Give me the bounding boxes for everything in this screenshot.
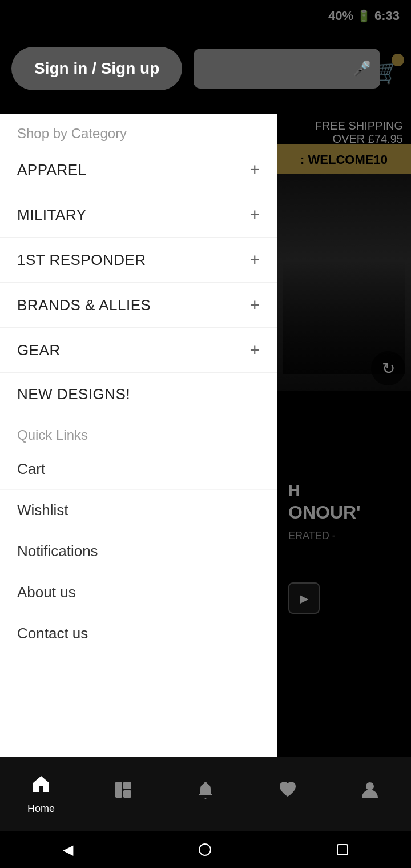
quick-links-label: Quick Links: [0, 416, 277, 449]
nav-item-notifications[interactable]: [164, 779, 247, 809]
account-icon: [360, 779, 380, 805]
category-item-military[interactable]: MILITARY +: [0, 192, 277, 238]
category-label-gear: GEAR: [17, 341, 61, 359]
quick-link-label-contact-us: Contact us: [17, 625, 88, 642]
category-label-apparel: APPAREL: [17, 161, 87, 179]
quick-link-about-us[interactable]: About us: [0, 572, 277, 613]
microphone-icon[interactable]: 🎤: [353, 60, 371, 78]
expand-icon-military: +: [249, 205, 260, 224]
expand-icon-apparel: +: [249, 160, 260, 179]
quick-link-wishlist[interactable]: Wishlist: [0, 490, 277, 531]
category-item-apparel[interactable]: APPAREL +: [0, 147, 277, 192]
android-nav: ◀: [0, 831, 411, 868]
svg-point-3: [366, 782, 374, 790]
quick-link-label-cart: Cart: [17, 460, 45, 477]
svg-rect-2: [123, 790, 131, 798]
search-input[interactable]: [203, 62, 347, 75]
svg-rect-0: [115, 782, 122, 798]
sign-in-button[interactable]: Sign in / Sign up: [11, 47, 182, 90]
shop-by-category-label: Shop by Category: [0, 114, 277, 147]
category-item-1st-responder[interactable]: 1ST RESPONDER +: [0, 238, 277, 283]
quick-link-label-about-us: About us: [17, 584, 76, 601]
expand-icon-1st-responder: +: [249, 250, 260, 270]
home-icon: [31, 774, 51, 799]
back-button[interactable]: ◀: [63, 842, 73, 858]
home-button[interactable]: [199, 843, 211, 856]
nav-item-home[interactable]: Home: [0, 774, 82, 815]
quick-link-label-notifications: Notifications: [17, 542, 98, 560]
bell-icon: [195, 779, 216, 805]
nav-item-catalog[interactable]: [82, 779, 164, 809]
catalog-icon: [113, 779, 134, 805]
nav-item-account[interactable]: [329, 779, 411, 809]
category-label-military: MILITARY: [17, 206, 87, 224]
category-label-new-designs: NEW DESIGNS!: [17, 385, 130, 403]
search-bar[interactable]: 🎤: [194, 49, 380, 89]
quick-link-contact-us[interactable]: Contact us: [0, 613, 277, 654]
recent-button[interactable]: [337, 844, 348, 855]
heart-icon: [277, 779, 298, 805]
category-item-new-designs[interactable]: NEW DESIGNS!: [0, 373, 277, 416]
category-label-brands-allies: BRANDS & ALLIES: [17, 296, 151, 314]
side-drawer: Sign in / Sign up 🎤 Shop by Category APP…: [0, 0, 277, 811]
category-item-brands-allies[interactable]: BRANDS & ALLIES +: [0, 283, 277, 328]
quick-link-label-wishlist: Wishlist: [17, 501, 68, 519]
svg-rect-1: [123, 782, 131, 789]
category-label-1st-responder: 1ST RESPONDER: [17, 251, 146, 269]
nav-label-home: Home: [27, 803, 55, 815]
drawer-top: Sign in / Sign up 🎤: [0, 0, 277, 114]
drawer-content: Shop by Category APPAREL + MILITARY + 1S…: [0, 114, 277, 811]
expand-icon-brands-allies: +: [249, 295, 260, 315]
expand-icon-gear: +: [249, 340, 260, 360]
bottom-nav: Home: [0, 757, 411, 831]
nav-item-wishlist[interactable]: [247, 779, 329, 809]
category-item-gear[interactable]: GEAR +: [0, 328, 277, 373]
quick-link-notifications[interactable]: Notifications: [0, 531, 277, 572]
quick-link-cart[interactable]: Cart: [0, 449, 277, 490]
dim-overlay[interactable]: [277, 0, 411, 868]
